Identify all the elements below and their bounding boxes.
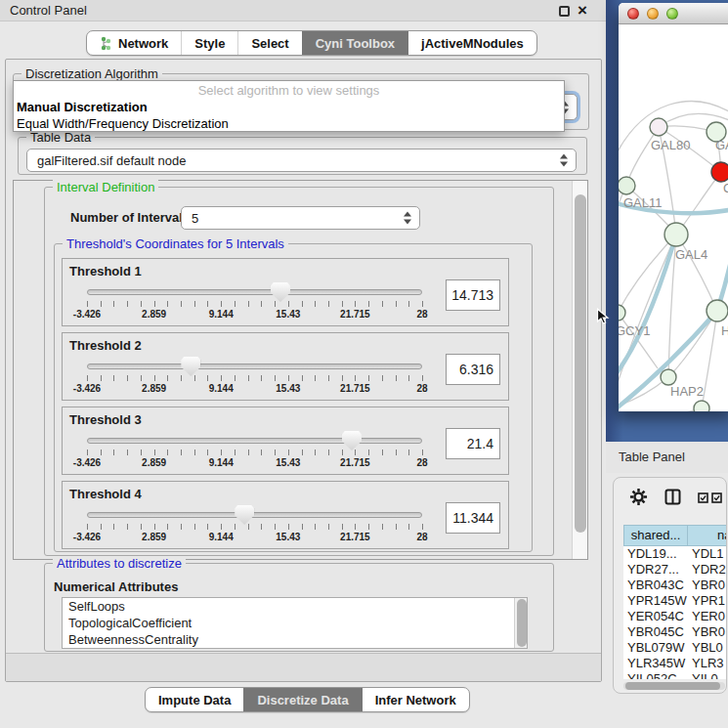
table-row[interactable]: YDL19...YDL1 bbox=[623, 546, 727, 562]
checkbox-checked-icon[interactable] bbox=[711, 492, 722, 503]
threshold-slider-thumb[interactable] bbox=[342, 431, 362, 450]
table-row[interactable]: YDR27...YDR2 bbox=[623, 562, 727, 578]
threshold-value-field[interactable]: 11.344 bbox=[446, 502, 500, 534]
number-of-intervals-value: 5 bbox=[192, 207, 198, 230]
slider-ticks-icon bbox=[87, 301, 423, 307]
tab-cyni-toolbox[interactable]: Cyni Toolbox bbox=[302, 31, 407, 55]
combo-arrows-icon bbox=[404, 212, 412, 225]
bottom-tab-discretize-data[interactable]: Discretize Data bbox=[243, 688, 361, 711]
table-cell: YDR27... bbox=[623, 562, 688, 578]
dropdown-option-manual-discretization[interactable]: Manual Discretization bbox=[14, 99, 564, 115]
table-data-legend: Table Data bbox=[26, 130, 95, 145]
threshold-value-field[interactable]: 21.4 bbox=[446, 428, 500, 459]
column-header-name[interactable]: na bbox=[688, 525, 727, 546]
threshold-slider-track[interactable] bbox=[87, 438, 422, 444]
dropdown-option-equal-width-frequency[interactable]: Equal Width/Frequency Discretization bbox=[14, 115, 564, 132]
column-browser-icon[interactable] bbox=[664, 489, 681, 505]
column-header-shared-name[interactable]: shared... bbox=[623, 525, 688, 546]
table-cell: YBL079W bbox=[623, 640, 688, 656]
attributes-group-legend: Attributes to discretize bbox=[53, 556, 186, 571]
table-cell: YDL1 bbox=[688, 546, 727, 562]
network-node-label: GCY1 bbox=[619, 323, 650, 338]
network-node[interactable] bbox=[619, 177, 635, 194]
table-cell: YER0 bbox=[688, 609, 727, 624]
network-node[interactable] bbox=[707, 300, 728, 321]
table-row[interactable]: YLR345WYLR3 bbox=[623, 656, 727, 671]
table-cell: YPR145W bbox=[623, 593, 688, 609]
horizontal-scrollbar[interactable] bbox=[623, 682, 725, 690]
network-node-label: C bbox=[723, 181, 728, 195]
table-row[interactable]: YIL052CYIL0 bbox=[623, 671, 727, 679]
number-of-intervals-combobox[interactable]: 5 bbox=[181, 206, 420, 230]
threshold-value-field[interactable]: 14.713 bbox=[446, 279, 500, 311]
table-row[interactable]: YER054CYER0 bbox=[623, 609, 727, 624]
threshold-slider-track[interactable] bbox=[87, 289, 422, 295]
network-node-label: HAP2 bbox=[670, 384, 704, 399]
threshold-panel: Threshold 4-3.4262.8599.14415.4321.71528… bbox=[62, 481, 509, 549]
tab-label: Select bbox=[251, 36, 288, 51]
settings-gear-icon[interactable] bbox=[629, 488, 648, 506]
node-table: shared... na YDL19...YDL1YDR27...YDR2YBR… bbox=[623, 525, 727, 679]
tab-select[interactable]: Select bbox=[237, 31, 301, 55]
network-window-titlebar[interactable] bbox=[619, 3, 728, 24]
network-node[interactable] bbox=[694, 401, 709, 411]
attribute-list-item[interactable]: SelfLoops bbox=[63, 598, 527, 615]
network-node[interactable] bbox=[650, 118, 667, 136]
tab-jactivemnodules[interactable]: jActiveMNodules bbox=[407, 31, 536, 55]
bottom-tab-infer-network[interactable]: Infer Network bbox=[362, 688, 469, 711]
network-node[interactable] bbox=[619, 305, 625, 321]
threshold-slider-thumb[interactable] bbox=[235, 505, 254, 525]
attribute-list-item[interactable]: BetweennessCentrality bbox=[63, 631, 527, 648]
table-data-combobox[interactable]: galFiltered.sif default node bbox=[26, 149, 577, 172]
bottom-tab-impute-data[interactable]: Impute Data bbox=[146, 688, 243, 711]
thresholds-group-legend: Threshold's Coordinates for 5 Intervals bbox=[63, 236, 288, 251]
table-cell: YDR2 bbox=[688, 562, 727, 578]
table-row[interactable]: YBR045CYBR0 bbox=[623, 624, 727, 640]
zoom-traffic-light-icon[interactable] bbox=[666, 8, 678, 20]
slider-scale-label: 15.43 bbox=[276, 457, 300, 468]
network-node[interactable] bbox=[664, 223, 688, 246]
close-icon[interactable]: × bbox=[578, 0, 587, 21]
vertical-scrollbar[interactable] bbox=[572, 181, 587, 559]
scrollbar-thumb[interactable] bbox=[575, 194, 586, 533]
network-node[interactable] bbox=[711, 162, 728, 182]
slider-scale-label: 2.859 bbox=[142, 532, 166, 542]
table-row[interactable]: YBL079WYBL0 bbox=[623, 640, 727, 656]
threshold-slider-thumb[interactable] bbox=[271, 282, 290, 302]
table-data-group: Table Data galFiltered.sif default node bbox=[18, 137, 587, 175]
slider-scale-label: 2.859 bbox=[142, 457, 166, 468]
network-node[interactable] bbox=[661, 369, 676, 385]
application-window: Control Panel × NetworkStyleSelectCyni T… bbox=[0, 0, 728, 728]
slider-scale-label: -3.426 bbox=[73, 309, 101, 320]
slider-scale-label: 9.144 bbox=[209, 457, 234, 468]
table-cell: YIL052C bbox=[623, 671, 688, 679]
table-row[interactable]: YPR145WYPR1 bbox=[623, 593, 727, 609]
tab-style[interactable]: Style bbox=[181, 31, 237, 55]
control-panel-tabbar: NetworkStyleSelectCyni ToolboxjActiveMNo… bbox=[86, 30, 537, 56]
tab-network[interactable]: Network bbox=[87, 31, 181, 55]
float-window-icon[interactable] bbox=[559, 6, 570, 17]
bottom-tab-label: Infer Network bbox=[375, 693, 456, 707]
table-row[interactable]: YBR043CYBR0 bbox=[623, 578, 727, 593]
numerical-attributes-listbox[interactable]: SelfLoopsTopologicalCoefficientBetweenne… bbox=[62, 597, 528, 649]
checkbox-checked-icon[interactable] bbox=[698, 492, 708, 503]
scrollbar-thumb[interactable] bbox=[517, 599, 527, 647]
threshold-value-field[interactable]: 6.316 bbox=[446, 354, 500, 385]
threshold-slider-track[interactable] bbox=[87, 512, 422, 518]
list-vertical-scrollbar[interactable] bbox=[514, 598, 527, 648]
network-graph: GAL80GACGAL11GAL4GCY1HHAP2 bbox=[619, 24, 728, 411]
threshold-slider-track[interactable] bbox=[87, 364, 422, 369]
network-edge bbox=[626, 127, 659, 186]
close-traffic-light-icon[interactable] bbox=[627, 8, 639, 20]
attribute-list-item[interactable]: TopologicalCoefficient bbox=[63, 615, 527, 631]
threshold-slider-thumb[interactable] bbox=[181, 357, 200, 376]
minimize-traffic-light-icon[interactable] bbox=[647, 8, 659, 20]
scrollbar-thumb[interactable] bbox=[625, 682, 720, 690]
table-cell: YBL0 bbox=[688, 640, 727, 656]
network-canvas[interactable]: GAL80GACGAL11GAL4GCY1HHAP2 bbox=[619, 24, 728, 411]
network-node-label: GA bbox=[715, 138, 728, 152]
tab-label: jActiveMNodules bbox=[421, 36, 524, 51]
table-cell: YPR1 bbox=[688, 593, 727, 609]
dropdown-prompt: Select algorithm to view settings bbox=[14, 81, 564, 99]
table-cell: YBR0 bbox=[688, 578, 727, 593]
